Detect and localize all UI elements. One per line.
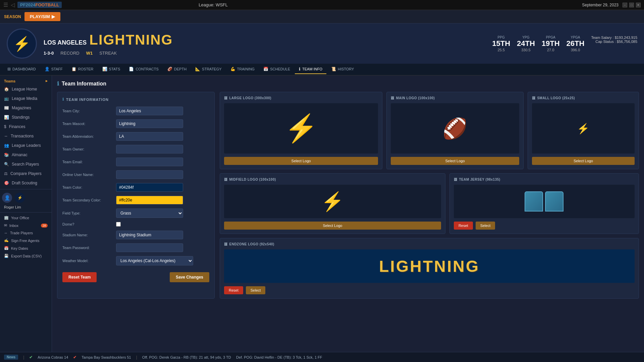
midfield-logo-select-button[interactable]: Select Logo — [224, 222, 441, 230]
team-email-input[interactable] — [116, 158, 183, 166]
user-name-display: Roger Lim — [0, 205, 52, 211]
team-city-input[interactable] — [116, 107, 183, 115]
sidebar-item-league-media[interactable]: 📺 League Media — [0, 94, 52, 103]
play-sim-button[interactable]: PLAY/SIM ▶ — [24, 12, 60, 21]
news-separator-2: | — [136, 355, 137, 360]
ppg-rank: 15TH — [492, 39, 510, 48]
depth-icon: 🏈 — [167, 67, 172, 71]
sidebar-item-inbox[interactable]: ✉ Inbox 28 — [0, 222, 52, 229]
stadium-input[interactable] — [116, 231, 183, 239]
main-logo-select-button[interactable]: Select Logo — [391, 157, 519, 165]
sidebar-item-standings[interactable]: 📊 Standings — [0, 113, 52, 122]
sidebar-item-finances[interactable]: $ Finances — [0, 122, 52, 131]
password-input[interactable] — [116, 243, 183, 252]
sidebar-item-magazines[interactable]: 📰 Magazines — [0, 103, 52, 113]
large-logo-display: ⚡ — [224, 103, 378, 154]
sidebar-search-players-label: Search Players — [12, 162, 39, 167]
page-title-text: Team Information — [62, 81, 106, 87]
tab-training[interactable]: 💪 TRAINING — [226, 65, 259, 74]
weather-select[interactable]: Los Angeles (Cal-Los Angeles) — [116, 256, 193, 265]
tab-depth[interactable]: 🏈 DEPTH — [163, 65, 191, 74]
tab-strategy[interactable]: 📐 STRATEGY — [191, 65, 225, 74]
tab-history[interactable]: 📜 HISTORY — [327, 65, 358, 74]
sidebar-divider — [0, 189, 52, 189]
reset-team-button[interactable]: Reset Team — [62, 272, 97, 282]
league-leaders-icon: 👥 — [4, 143, 9, 148]
tab-staff[interactable]: 👤 STAFF — [41, 65, 67, 74]
online-user-input[interactable] — [116, 170, 183, 179]
ppg-label: PPG — [492, 36, 510, 39]
large-logo-select-button[interactable]: Select Logo — [224, 157, 378, 165]
sidebar-item-league-home[interactable]: 🏠 League Home — [0, 84, 52, 94]
sidebar-item-your-office[interactable]: 🏢 Your Office — [0, 214, 52, 222]
menu-icon[interactable]: ☰ — [3, 2, 8, 8]
news-separator: | — [23, 355, 24, 360]
sidebar-item-search-players[interactable]: 🔍 Search Players — [0, 160, 52, 169]
back-icon[interactable]: ◁ — [11, 2, 15, 8]
sidebar-trade-label: Trade Players — [10, 231, 33, 235]
sidebar-item-transactions[interactable]: ↔ Transactions — [0, 131, 52, 141]
sidebar-item-almanac[interactable]: 📚 Almanac — [0, 150, 52, 160]
tab-stats[interactable]: 📊 STATS — [98, 65, 124, 74]
inbox-badge: 28 — [41, 224, 48, 228]
sidebar-item-compare-players[interactable]: ⚖ Compare Players — [0, 169, 52, 178]
sidebar-item-export-data[interactable]: 💾 Export Data (CSV) — [0, 252, 52, 260]
tab-contracts[interactable]: 📄 CONTRACTS — [125, 65, 162, 74]
username-label: Roger Lim — [4, 205, 21, 209]
team-color-input[interactable] — [116, 183, 183, 192]
minimize-button[interactable]: − — [623, 3, 627, 7]
tab-dashboard[interactable]: ⊞ DASHBOARD — [3, 65, 40, 74]
field-type-select[interactable]: Grass Turf — [116, 208, 183, 218]
team-owner-input[interactable] — [116, 145, 183, 154]
close-button[interactable]: ✕ — [636, 3, 641, 7]
dome-checkbox[interactable] — [116, 222, 121, 227]
ypga-rank: 26TH — [567, 39, 585, 48]
transactions-icon: ↔ — [4, 134, 8, 138]
small-logo-header: 🖼 SMALL LOGO (25x25) — [532, 96, 635, 100]
trade-icon: ↔ — [4, 231, 8, 235]
team-abbrev-row: Team Abbreviation: — [62, 132, 209, 141]
sidebar-item-sign-free-agents[interactable]: ✍ Sign Free Agents — [0, 237, 52, 244]
news-ticker: Off. POG: Derek Garza - RB (TB): 21 att,… — [142, 355, 322, 359]
team-abbrev-input[interactable] — [116, 132, 183, 141]
sidebar-draft-scouting-label: Draft Scouting — [12, 181, 37, 185]
form-actions: Reset Team Save Changes — [62, 272, 209, 282]
maximize-button[interactable]: □ — [629, 3, 634, 7]
team-owner-row: Team Owner: — [62, 145, 209, 154]
record-label: RECORD — [60, 51, 79, 56]
sidebar-item-draft-scouting[interactable]: 🎯 Draft Scouting — [0, 178, 52, 188]
window-controls[interactable]: − □ ✕ — [623, 3, 641, 7]
save-changes-button[interactable]: Save Changes — [170, 272, 209, 282]
sidebar-item-league-leaders[interactable]: 👥 League Leaders — [0, 141, 52, 150]
info-icon: ℹ — [57, 80, 59, 87]
stats-icon: 📊 — [102, 67, 107, 71]
sidebar-sign-label: Sign Free Agents — [11, 239, 39, 243]
sidebar-divider-2 — [0, 212, 52, 213]
jersey-pieces — [525, 191, 564, 212]
league-media-icon: 📺 — [4, 96, 9, 101]
endzone-reset-button[interactable]: Reset — [224, 286, 243, 294]
jersey-select-button[interactable]: Select — [476, 222, 495, 230]
tab-team-info-label: TEAM INFO — [302, 67, 322, 71]
tab-roster[interactable]: 📋 ROSTER — [67, 65, 98, 74]
tab-team-info[interactable]: ℹ TEAM INFO — [295, 65, 326, 74]
strategy-icon: 📐 — [195, 67, 200, 71]
sidebar-key-dates-label: Key Dates — [11, 246, 28, 250]
season-header: SEASON PLAY/SIM ▶ — [0, 10, 644, 23]
tab-schedule[interactable]: 📅 SCHEDULE — [259, 65, 294, 74]
team-mascot-input[interactable] — [116, 119, 183, 128]
team-name-section: LOS ANGELES LIGHTNING 1-3-0 RECORD W1 ST… — [44, 32, 485, 56]
tab-roster-label: ROSTER — [78, 67, 94, 71]
sidebar-item-key-dates[interactable]: 📅 Key Dates — [0, 244, 52, 252]
team-mascot-row: Team Mascot: — [62, 119, 209, 128]
logos-row-1: 🖼 LARGE LOGO (300x300) ⚡ Select Logo 🖼 M… — [220, 92, 639, 169]
sidebar-expand-icon[interactable]: ▸ — [46, 79, 48, 83]
midfield-logo-panel: 🖼 MIDFIELD LOGO (100x100) ⚡ Select Logo — [220, 173, 445, 234]
endzone-select-button[interactable]: Select — [246, 286, 266, 294]
jersey-reset-button[interactable]: Reset — [454, 222, 473, 230]
team-secondary-color-input[interactable] — [116, 196, 183, 204]
team-jersey-display — [454, 185, 635, 218]
team-info-icon: ℹ — [299, 67, 301, 71]
small-logo-select-button[interactable]: Select Logo — [532, 157, 635, 165]
sidebar-item-trade-players[interactable]: ↔ Trade Players — [0, 229, 52, 237]
